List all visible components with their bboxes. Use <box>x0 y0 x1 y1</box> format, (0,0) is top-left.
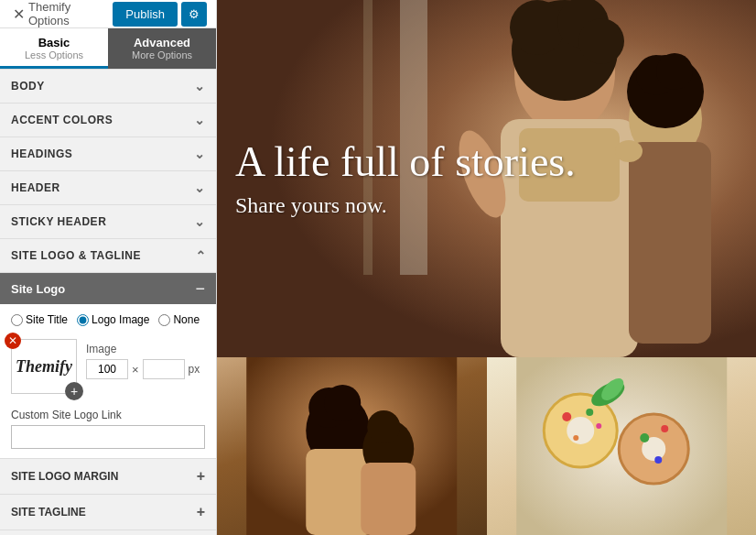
accordion-header-header[interactable]: HEADER ⌄ <box>0 171 216 204</box>
site-logo-margin-row[interactable]: Site Logo Margin + <box>0 458 216 494</box>
accordion-body-header[interactable]: BODY ⌄ <box>0 70 216 103</box>
px-label: px <box>189 363 200 376</box>
tab-bar: Basic Less Options Advanced More Options <box>0 28 216 70</box>
accordion-sticky: STICKY HEADER ⌄ <box>0 205 216 239</box>
accordion-header-label: HEADER <box>11 181 60 194</box>
chevron-down-icon: ⌄ <box>194 79 206 93</box>
accordion-body-label: BODY <box>11 80 45 93</box>
svg-point-20 <box>324 385 361 421</box>
radio-site-title[interactable]: Site Title <box>11 313 68 326</box>
close-button[interactable]: ✕ <box>9 2 28 27</box>
logo-size-inputs: × px <box>86 359 200 379</box>
svg-point-35 <box>661 425 668 432</box>
tab-basic[interactable]: Basic Less Options <box>0 28 108 69</box>
hero-section: A life full of stories. Share yours now. <box>217 0 756 357</box>
site-logo-title-bar: Site Logo − <box>0 273 216 304</box>
tab-basic-sub: Less Options <box>5 49 103 60</box>
svg-point-16 <box>615 140 643 162</box>
svg-point-27 <box>567 417 594 444</box>
accordion-headings: HEADINGS ⌄ <box>0 137 216 171</box>
accordion-accent-label: ACCENT COLORS <box>11 114 113 126</box>
svg-point-14 <box>656 53 693 90</box>
chevron-down-icon: ⌄ <box>194 180 206 195</box>
logo-type-radio-group: Site Title Logo Image None <box>0 304 216 332</box>
svg-point-31 <box>586 409 593 416</box>
svg-point-34 <box>640 433 649 442</box>
custom-link-input[interactable] <box>11 425 205 449</box>
logo-area: ✕ Themify + Image × px <box>0 332 216 401</box>
radio-logo-image[interactable]: Logo Image <box>77 313 149 326</box>
tab-advanced-sub: More Options <box>113 49 211 60</box>
svg-point-23 <box>367 410 400 443</box>
photo-card-2 <box>487 357 757 535</box>
site-logo-section-title: Site Logo <box>11 282 65 296</box>
logo-height-input[interactable] <box>143 359 185 379</box>
radio-none[interactable]: None <box>158 313 200 326</box>
hero-text: A life full of stories. Share yours now. <box>217 139 576 218</box>
logo-text: Themify <box>16 357 72 377</box>
accordion-headings-header[interactable]: HEADINGS ⌄ <box>0 137 216 170</box>
accordion-body: BODY ⌄ <box>0 70 216 104</box>
plus-icon: + <box>197 504 205 520</box>
sitelogo-expanded: Site Logo − Site Title Logo Image None ✕… <box>0 273 216 535</box>
sidebar: ✕ Themify Options Publish ⚙ Basic Less O… <box>0 0 217 535</box>
site-logo-margin-label: Site Logo Margin <box>11 470 118 483</box>
accordion-sitelogo-label: SITE LOGO & TAGLINE <box>11 249 141 262</box>
svg-point-30 <box>562 412 571 421</box>
chevron-up-icon: ⌄ <box>194 248 206 263</box>
svg-rect-1 <box>400 0 427 275</box>
accordion-sitelogo-header[interactable]: SITE LOGO & TAGLINE ⌄ <box>0 239 216 272</box>
site-tagline-label: Site Tagline <box>11 506 86 519</box>
chevron-down-icon: ⌄ <box>194 147 206 161</box>
accordion-accent-header[interactable]: ACCENT COLORS ⌄ <box>0 104 216 136</box>
logo-remove-button[interactable]: ✕ <box>5 333 21 349</box>
svg-rect-2 <box>363 0 373 275</box>
publish-button[interactable]: Publish <box>113 2 178 27</box>
chevron-down-icon: ⌄ <box>194 113 206 127</box>
svg-point-33 <box>596 423 601 429</box>
accordion-accent: ACCENT COLORS ⌄ <box>0 104 216 137</box>
logo-preview: ✕ Themify + <box>11 339 77 394</box>
hero-subtitle: Share yours now. <box>235 193 576 218</box>
tab-advanced-label: Advanced <box>113 36 211 49</box>
hero-title: A life full of stories. <box>235 139 576 186</box>
tab-basic-label: Basic <box>5 36 103 49</box>
site-tagline-row[interactable]: Site Tagline + <box>0 494 216 530</box>
image-label: Image <box>86 343 200 355</box>
radio-none-label: None <box>173 313 200 326</box>
sidebar-title: Themify Options <box>28 0 113 27</box>
accordion-sticky-header[interactable]: STICKY HEADER ⌄ <box>0 205 216 238</box>
tab-advanced[interactable]: Advanced More Options <box>108 28 216 69</box>
radio-logo-image-label: Logo Image <box>92 313 149 326</box>
svg-point-7 <box>510 0 565 55</box>
plus-icon: + <box>197 468 205 485</box>
accordion-sitelogo: SITE LOGO & TAGLINE ⌄ <box>0 239 216 273</box>
radio-site-title-label: Site Title <box>26 313 68 326</box>
collapse-site-logo-button[interactable]: − <box>195 280 205 297</box>
site-tagline-margin-row[interactable]: Site Tagline Margin + <box>0 530 216 535</box>
svg-rect-15 <box>629 142 711 344</box>
svg-point-9 <box>578 18 624 64</box>
custom-link-label: Custom Site Logo Link <box>11 409 205 421</box>
accordion-sticky-label: STICKY HEADER <box>11 215 106 228</box>
logo-add-button[interactable]: + <box>65 382 83 400</box>
svg-point-36 <box>654 456 662 464</box>
main-content: A life full of stories. Share yours now. <box>217 0 756 535</box>
accordion-headings-label: HEADINGS <box>11 147 72 160</box>
logo-size-area: Image × px <box>86 339 200 379</box>
svg-point-32 <box>573 435 578 441</box>
settings-button[interactable]: ⚙ <box>181 2 207 27</box>
photo-grid <box>217 357 756 535</box>
custom-link-section: Custom Site Logo Link <box>0 401 216 458</box>
top-bar: ✕ Themify Options Publish ⚙ <box>0 0 216 28</box>
logo-width-input[interactable] <box>86 359 128 379</box>
photo-card-1 <box>217 357 487 535</box>
svg-rect-24 <box>361 463 416 535</box>
accordion-header: HEADER ⌄ <box>0 171 216 205</box>
chevron-down-icon: ⌄ <box>194 214 206 229</box>
multiply-icon: × <box>132 363 139 377</box>
publish-area: Publish ⚙ <box>113 2 207 27</box>
